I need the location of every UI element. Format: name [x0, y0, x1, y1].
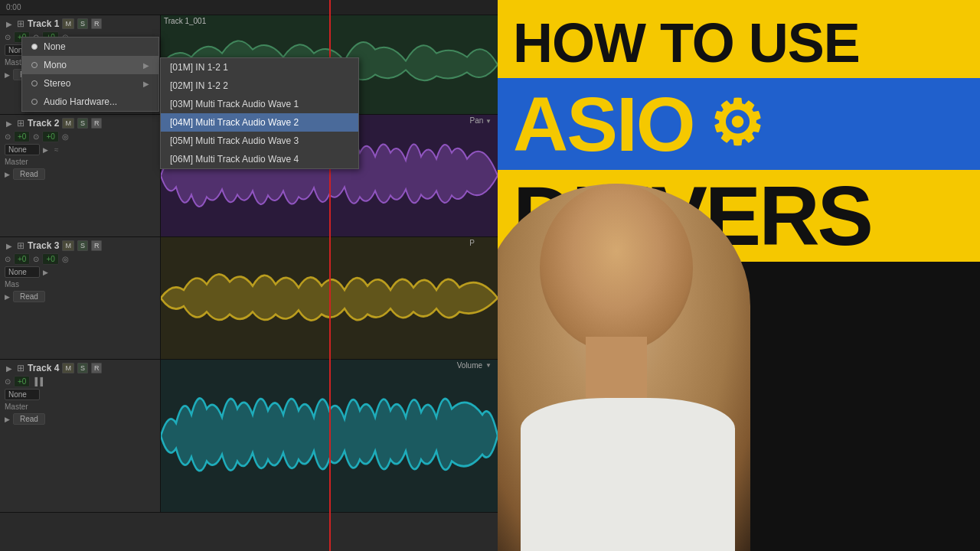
track-2-r[interactable]: R — [91, 118, 103, 129]
track-3-level2: +0 — [42, 253, 58, 265]
volume-arrow: ▼ — [485, 362, 492, 369]
track-2-expand2[interactable]: ▶ — [5, 171, 10, 178]
track-4-output: Master — [5, 403, 28, 411]
radio-stereo — [31, 80, 38, 86]
timeline-label: 0:00 — [6, 3, 21, 11]
track-2-output: Master — [5, 158, 28, 166]
track-4-solo[interactable]: S — [77, 363, 88, 373]
neck — [586, 337, 647, 398]
track-2-solo[interactable]: S — [77, 118, 88, 129]
shirt — [521, 398, 735, 551]
radio-mono — [31, 62, 38, 68]
track-4-level: +0 — [14, 376, 30, 387]
track-4-input[interactable]: None — [5, 389, 40, 400]
track-4-meter-icon: ⊙ — [5, 377, 11, 386]
track-4-mute[interactable]: M — [62, 363, 74, 373]
track-1-expand[interactable]: ▶ — [5, 20, 14, 28]
submenu-item-6[interactable]: [06M] Multi Track Audio Wave 4 — [161, 150, 358, 168]
menu-item-audio-hardware[interactable]: Audio Hardware... — [22, 93, 158, 111]
menu-item-mono[interactable]: Mono ▶ — [22, 56, 158, 74]
radio-none — [31, 44, 38, 50]
context-menu: None Mono ▶ Stereo ▶ Audi — [21, 37, 159, 112]
track-2-controls: ▶ ⊞ Track 2 M S R ⊙ +0 ⊙ +0 ◎ None ▶ ≈ M… — [0, 115, 161, 236]
track-2-level2: +0 — [42, 131, 58, 142]
track-2-eq-icon: ≈ — [54, 145, 59, 154]
track-1-expand2[interactable]: ▶ — [5, 71, 10, 79]
track-3-controls: ▶ ⊞ Track 3 M S R ⊙ +0 ⊙ +0 ◎ None ▶ Mas — [0, 237, 161, 359]
track-2-icon: ⊞ — [17, 118, 24, 129]
daw-panel: 0:00 ▶ ⊞ Track 1 M S R ⊙ +0 ⊙ +0 ◎ None … — [0, 0, 498, 551]
track-4-mode[interactable]: Read — [13, 413, 45, 425]
track-4-icon: ⊞ — [17, 363, 24, 373]
track-3-fx-icon: ◎ — [62, 255, 69, 263]
track-3-icon: ⊞ — [17, 240, 24, 251]
track-3: ▶ ⊞ Track 3 M S R ⊙ +0 ⊙ +0 ◎ None ▶ Mas — [0, 237, 498, 360]
track-3-mute[interactable]: M — [62, 240, 74, 251]
asio-label: ASIO — [513, 86, 694, 162]
track-1-name: Track 1 — [28, 18, 59, 29]
mono-submenu: [01M] IN 1-2 1 [02M] IN 1-2 2 [03M] Mult… — [160, 57, 359, 169]
track-4-controls: ▶ ⊞ Track 4 M S R ⊙ +0 ▌▌ None Master ▶ … — [0, 360, 161, 512]
track-3-input[interactable]: None — [5, 266, 40, 278]
track-3-pan: P — [469, 239, 475, 247]
track-2-mode[interactable]: Read — [13, 168, 45, 180]
track-3-r[interactable]: R — [91, 240, 103, 251]
track-3-output-abbr: Mas — [5, 280, 19, 289]
submenu-item-5[interactable]: [05M] Multi Track Audio Wave 3 — [161, 132, 358, 150]
gear-icon: ⚙ — [709, 93, 763, 155]
how-to-use-text: HOW TO USE — [513, 15, 957, 70]
track-2-fx-icon: ◎ — [62, 132, 69, 141]
track-2-input-arrow: ▶ — [43, 146, 48, 154]
thumbnail-panel: HOW TO USE ASIO ⚙ DRIVERS AUDITION CC OB… — [498, 0, 980, 551]
asio-block: ASIO ⚙ — [498, 78, 980, 170]
track-4: ▶ ⊞ Track 4 M S R ⊙ +0 ▌▌ None Master ▶ … — [0, 360, 498, 513]
submenu-item-4[interactable]: [04M] Multi Track Audio Wave 2 — [161, 113, 358, 132]
track-4-expand[interactable]: ▶ — [5, 364, 14, 373]
submenu-item-2[interactable]: [02M] IN 1-2 2 — [161, 77, 358, 95]
track-3-input-arrow: ▶ — [43, 269, 48, 276]
track-3-meter-icon: ⊙ — [5, 255, 11, 263]
track-1-r[interactable]: R — [91, 18, 103, 29]
track-3-meter-icon2: ⊙ — [33, 255, 39, 263]
menu-item-stereo[interactable]: Stereo ▶ — [22, 74, 158, 93]
track-2-meter-icon2: ⊙ — [33, 132, 39, 141]
track-2-level: +0 — [14, 131, 30, 142]
track-4-r[interactable]: R — [91, 363, 103, 373]
radio-hardware — [31, 99, 38, 105]
track-1-meter-icon: ⊙ — [5, 33, 11, 41]
track-3-mode[interactable]: Read — [13, 291, 45, 302]
track-4-name: Track 4 — [28, 363, 59, 373]
track-2-pan: Pan ▼ — [470, 116, 492, 125]
track-4-volume: Volume ▼ — [457, 361, 492, 370]
submenu-item-1[interactable]: [01M] IN 1-2 1 — [161, 58, 358, 77]
track-3-level: +0 — [14, 253, 30, 265]
menu-item-none[interactable]: None — [22, 37, 158, 56]
track-4-expand2[interactable]: ▶ — [5, 416, 10, 423]
track-1-solo[interactable]: S — [77, 18, 88, 29]
timeline-header: 0:00 — [0, 0, 498, 15]
track-2-meter-icon: ⊙ — [5, 132, 11, 141]
track-2-name: Track 2 — [28, 118, 59, 129]
track-2-input[interactable]: None — [5, 144, 40, 155]
face — [540, 184, 693, 352]
track-2-mute[interactable]: M — [62, 118, 74, 129]
track-1-icon: ⊞ — [17, 18, 24, 29]
track-2-pan-arrow: ▼ — [485, 118, 492, 125]
stereo-submenu-arrow: ▶ — [143, 80, 149, 88]
track-3-expand[interactable]: ▶ — [5, 242, 14, 250]
top-bar: HOW TO USE — [498, 0, 980, 78]
track-3-name: Track 3 — [28, 240, 59, 251]
track-1: ▶ ⊞ Track 1 M S R ⊙ +0 ⊙ +0 ◎ None ▶ ≈ M… — [0, 15, 498, 115]
track-4-mini-bar: ▌▌ — [34, 377, 45, 386]
asio-text-container: ASIO ⚙ — [513, 86, 965, 162]
track-3-solo[interactable]: S — [77, 240, 88, 251]
track-2-expand[interactable]: ▶ — [5, 119, 14, 128]
track-1-mute[interactable]: M — [62, 18, 74, 29]
submenu-item-3[interactable]: [03M] Multi Track Audio Wave 1 — [161, 95, 358, 113]
mono-submenu-arrow: ▶ — [143, 61, 149, 70]
track-3-expand2[interactable]: ▶ — [5, 293, 10, 301]
track-1-clip: Track 1_001 — [164, 17, 206, 25]
